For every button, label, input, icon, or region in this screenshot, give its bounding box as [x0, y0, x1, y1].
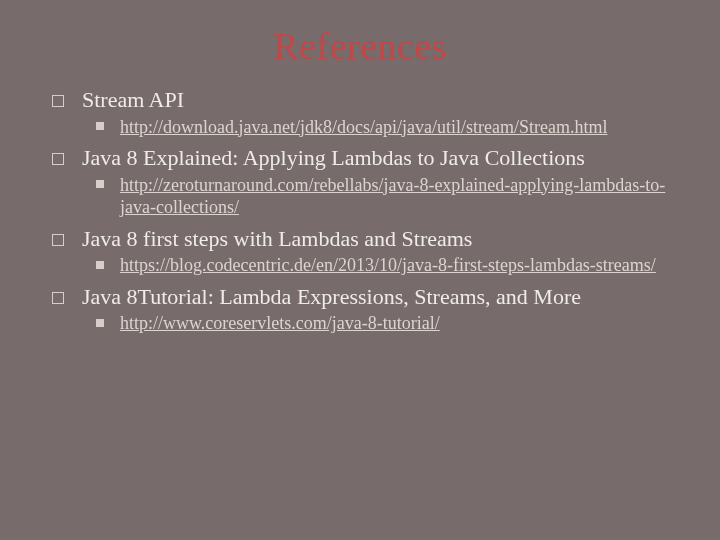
reference-item: Java 8 first steps with Lambdas and Stre… — [50, 225, 670, 277]
reference-link-item: https://blog.codecentric.de/en/2013/10/j… — [92, 254, 670, 277]
reference-heading: Java 8 first steps with Lambdas and Stre… — [82, 226, 472, 251]
reference-heading: Java 8Tutorial: Lambda Expressions, Stre… — [82, 284, 581, 309]
reference-item: Java 8 Explained: Applying Lambdas to Ja… — [50, 144, 670, 219]
reference-link-item: http://download.java.net/jdk8/docs/api/j… — [92, 116, 670, 139]
reference-link-item: http://zeroturnaround.com/rebellabs/java… — [92, 174, 670, 219]
reference-item: Java 8Tutorial: Lambda Expressions, Stre… — [50, 283, 670, 335]
slide-title: References — [50, 24, 670, 68]
reference-heading: Stream API — [82, 87, 184, 112]
reference-heading: Java 8 Explained: Applying Lambdas to Ja… — [82, 145, 585, 170]
reference-link[interactable]: http://download.java.net/jdk8/docs/api/j… — [120, 117, 607, 137]
reference-list: Stream API http://download.java.net/jdk8… — [50, 86, 670, 335]
reference-link[interactable]: http://zeroturnaround.com/rebellabs/java… — [120, 175, 665, 218]
slide: References Stream API http://download.ja… — [0, 0, 720, 540]
reference-item: Stream API http://download.java.net/jdk8… — [50, 86, 670, 138]
reference-link-item: http://www.coreservlets.com/java-8-tutor… — [92, 312, 670, 335]
reference-link[interactable]: https://blog.codecentric.de/en/2013/10/j… — [120, 255, 656, 275]
reference-link[interactable]: http://www.coreservlets.com/java-8-tutor… — [120, 313, 440, 333]
